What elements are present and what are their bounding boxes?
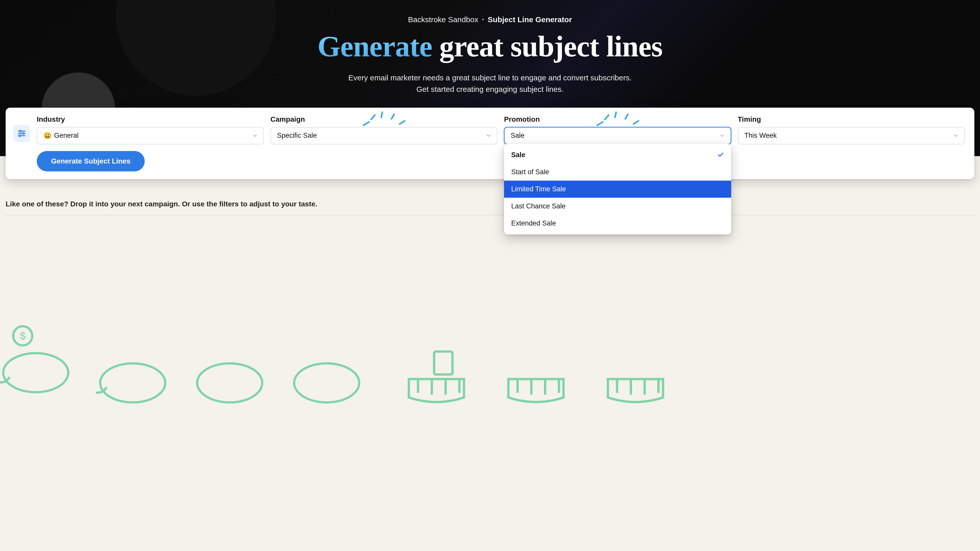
timing-select[interactable]: This Week	[738, 127, 965, 144]
breadcrumb-page: Subject Line Generator	[488, 15, 572, 24]
svg-point-27	[197, 364, 262, 403]
promotion-option-last-chance-sale[interactable]: Last Chance Sale	[504, 198, 731, 215]
promotion-field: Promotion Sale Sale Start of Sale Limite…	[504, 115, 731, 144]
svg-point-23	[3, 353, 68, 392]
svg-point-33	[22, 132, 24, 134]
svg-rect-29	[434, 351, 452, 375]
filter-card: Industry 😀 General Campaign	[6, 108, 974, 179]
industry-select[interactable]: 😀 General	[37, 127, 264, 144]
chevron-down-icon	[252, 133, 258, 138]
svg-point-26	[100, 364, 165, 403]
chevron-down-icon	[953, 133, 959, 138]
promotion-option-sale[interactable]: Sale	[504, 146, 731, 164]
promotion-option-limited-time-sale[interactable]: Limited Time Sale	[504, 181, 731, 198]
promotion-option-start-of-sale[interactable]: Start of Sale	[504, 164, 731, 181]
promotion-value: Sale	[511, 132, 525, 140]
industry-emoji-icon: 😀	[43, 132, 52, 140]
campaign-value: Specific Sale	[277, 132, 317, 140]
headline-rest: great subject lines	[439, 30, 662, 63]
svg-point-35	[19, 135, 21, 137]
industry-label: Industry	[37, 115, 264, 124]
industry-value: General	[54, 132, 79, 140]
headline-accent: Generate	[318, 30, 432, 63]
campaign-field: Campaign Specific Sale	[270, 115, 498, 144]
subtitle: Every email marketer needs a great subje…	[10, 72, 970, 95]
generate-button[interactable]: Generate Subject Lines	[37, 151, 145, 171]
check-icon	[718, 151, 724, 158]
chevron-down-icon	[486, 133, 491, 138]
campaign-label: Campaign	[270, 115, 498, 124]
svg-point-28	[294, 364, 360, 403]
settings-icon[interactable]	[13, 125, 30, 142]
breadcrumb-app: Backstroke Sandbox	[408, 15, 478, 24]
industry-field: Industry 😀 General	[37, 115, 264, 144]
timing-field: Timing This Week	[738, 115, 965, 144]
timing-label: Timing	[738, 115, 965, 124]
svg-point-31	[20, 130, 21, 132]
page-title: Generate great subject lines	[10, 31, 970, 62]
promotion-dropdown: Sale Start of Sale Limited Time Sale Las…	[504, 144, 731, 234]
promotion-select[interactable]: Sale	[504, 127, 731, 144]
svg-text:$: $	[20, 330, 26, 341]
campaign-select[interactable]: Specific Sale	[270, 127, 498, 144]
svg-point-24	[13, 326, 32, 345]
promotion-option-extended-sale[interactable]: Extended Sale	[504, 215, 731, 232]
timing-value: This Week	[745, 132, 777, 140]
breadcrumb: Backstroke Sandbox · Subject Line Genera…	[10, 15, 970, 24]
helper-text: Like one of these? Drop it into your nex…	[6, 200, 974, 215]
chevron-down-icon	[719, 133, 725, 138]
promotion-label: Promotion	[504, 115, 731, 124]
